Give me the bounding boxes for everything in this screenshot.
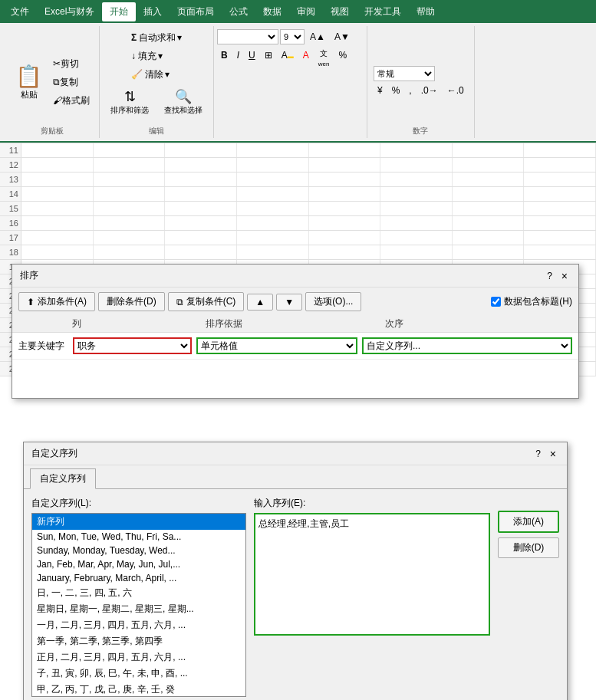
sheet-cell[interactable] — [309, 173, 381, 186]
sheet-cell[interactable] — [380, 202, 453, 215]
sheet-cell[interactable] — [524, 216, 596, 230]
menu-help[interactable]: 帮助 — [409, 2, 443, 21]
sheet-cell[interactable] — [524, 202, 596, 215]
sheet-cell[interactable] — [21, 173, 94, 186]
sheet-cell[interactable] — [524, 143, 596, 157]
sheet-cell[interactable] — [237, 143, 309, 157]
sheet-cell[interactable] — [453, 143, 525, 157]
delete-button[interactable]: 删除(D) — [498, 537, 559, 558]
sheet-cell[interactable] — [309, 158, 381, 172]
sheet-cell[interactable] — [380, 187, 453, 201]
paste-button[interactable]: 📋 粘贴 — [11, 59, 47, 105]
menu-insert[interactable]: 插入 — [136, 2, 170, 21]
sheet-cell[interactable] — [380, 173, 453, 186]
sheet-cell[interactable] — [21, 216, 94, 230]
column-select[interactable]: 职务 — [73, 337, 192, 354]
sheet-cell[interactable] — [165, 158, 237, 172]
menu-file[interactable]: 文件 — [3, 2, 37, 21]
menu-data[interactable]: 数据 — [255, 2, 289, 21]
copy-button[interactable]: ⧉ 复制 — [50, 74, 93, 90]
comma-button[interactable]: , — [405, 83, 415, 98]
sheet-cell[interactable] — [453, 216, 525, 230]
sheet-cell[interactable] — [237, 187, 309, 201]
menu-developer[interactable]: 开发工具 — [357, 2, 409, 21]
list-item[interactable]: 新序列 — [32, 514, 245, 530]
options-button[interactable]: 选项(O)... — [305, 292, 361, 311]
sheet-cell[interactable] — [21, 187, 94, 201]
cut-button[interactable]: ✂ 剪切 — [50, 55, 93, 72]
sheet-cell[interactable] — [524, 187, 596, 201]
delete-condition-button[interactable]: 删除条件(D) — [98, 292, 165, 311]
has-header-checkbox[interactable] — [491, 297, 501, 307]
pinyin-button[interactable]: 文wen — [314, 48, 334, 63]
format-painter-button[interactable]: 🖌 格式刷 — [50, 92, 93, 109]
list-item[interactable]: 甲, 乙, 丙, 丁, 戊, 己, 庚, 辛, 壬, 癸 — [32, 682, 245, 697]
clear-button[interactable]: 🧹 清除 ▾ — [128, 66, 185, 83]
basis-select[interactable]: 单元格值 — [196, 337, 357, 354]
list-item[interactable]: 一月, 二月, 三月, 四月, 五月, 六月, ... — [32, 617, 245, 633]
list-item[interactable]: 星期日, 星期一, 星期二, 星期三, 星期... — [32, 601, 245, 617]
sheet-cell[interactable] — [237, 245, 309, 259]
clear-dropdown-icon[interactable]: ▾ — [165, 69, 170, 80]
sheet-cell[interactable] — [380, 216, 453, 230]
sheet-cell[interactable] — [453, 231, 525, 245]
sheet-cell[interactable] — [237, 231, 309, 245]
autosum-dropdown-icon[interactable]: ▾ — [177, 32, 182, 43]
sheet-cell[interactable] — [237, 216, 309, 230]
sheet-cell[interactable] — [94, 173, 166, 186]
fill-color-button[interactable]: A▬ — [278, 48, 298, 63]
custom-list-tab[interactable]: 自定义序列 — [30, 468, 96, 489]
sheet-cell[interactable] — [309, 216, 381, 230]
menu-home[interactable]: 开始 — [102, 2, 136, 21]
sheet-cell[interactable] — [94, 187, 166, 201]
sheet-cell[interactable] — [453, 245, 525, 259]
underline-button[interactable]: U — [245, 48, 259, 63]
decrease-font-button[interactable]: A▼ — [331, 29, 354, 44]
sheet-cell[interactable] — [21, 158, 94, 172]
percent-format-button[interactable]: % — [388, 83, 404, 98]
add-condition-button[interactable]: ⬆ 添加条件(A) — [18, 292, 95, 311]
menu-formula[interactable]: 公式 — [222, 2, 255, 21]
sheet-cell[interactable] — [21, 143, 94, 157]
border-button[interactable]: ⊞ — [261, 48, 276, 63]
custom-help-btn[interactable]: ? — [535, 449, 541, 459]
fill-button[interactable]: ↓ 填充 ▾ — [128, 48, 185, 64]
sheet-cell[interactable] — [309, 202, 381, 215]
sheet-cell[interactable] — [165, 216, 237, 230]
list-item[interactable]: 正月, 二月, 三月, 四月, 五月, 六月, ... — [32, 649, 245, 665]
sort-filter-button[interactable]: ⇅ 排序和筛选 — [106, 83, 153, 121]
list-item[interactable]: 日, 一, 二, 三, 四, 五, 六 — [32, 585, 245, 601]
menu-view[interactable]: 视图 — [323, 2, 357, 21]
increase-font-button[interactable]: A▲ — [306, 29, 329, 44]
sort-close-button[interactable]: × — [558, 270, 571, 282]
sheet-cell[interactable] — [21, 202, 94, 215]
sheet-cell[interactable] — [165, 231, 237, 245]
sheet-cell[interactable] — [237, 158, 309, 172]
add-button[interactable]: 添加(A) — [498, 511, 559, 533]
sheet-cell[interactable] — [453, 187, 525, 201]
sheet-cell[interactable] — [453, 158, 525, 172]
font-color-button[interactable]: A — [299, 48, 313, 63]
sheet-cell[interactable] — [94, 245, 166, 259]
custom-listbox[interactable]: 新序列Sun, Mon, Tue, Wed, Thu, Fri, Sa...Su… — [31, 513, 246, 697]
copy-condition-button[interactable]: ⧉ 复制条件(C) — [168, 292, 245, 311]
sheet-cell[interactable] — [237, 202, 309, 215]
sheet-cell[interactable] — [309, 143, 381, 157]
sheet-cell[interactable] — [524, 231, 596, 245]
sheet-cell[interactable] — [309, 231, 381, 245]
sheet-cell[interactable] — [94, 231, 166, 245]
menu-review[interactable]: 审阅 — [289, 2, 323, 21]
find-select-button[interactable]: 🔍 查找和选择 — [160, 83, 207, 121]
sheet-cell[interactable] — [380, 231, 453, 245]
sheet-cell[interactable] — [309, 187, 381, 201]
sheet-cell[interactable] — [21, 231, 94, 245]
sheet-cell[interactable] — [21, 245, 94, 259]
order-select[interactable]: 自定义序列... — [362, 337, 572, 354]
sheet-cell[interactable] — [524, 173, 596, 186]
sheet-cell[interactable] — [94, 216, 166, 230]
sequence-input[interactable] — [254, 513, 490, 636]
sheet-cell[interactable] — [237, 173, 309, 186]
list-item[interactable]: Jan, Feb, Mar, Apr, May, Jun, Jul,... — [32, 557, 245, 571]
currency-button[interactable]: ¥ — [374, 83, 387, 98]
sort-help-btn[interactable]: ? — [547, 271, 552, 281]
